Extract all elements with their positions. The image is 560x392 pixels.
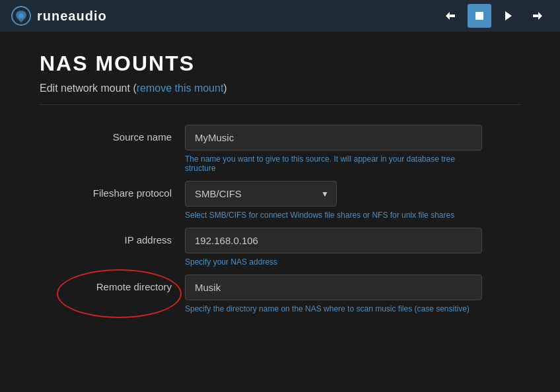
logo-icon	[11, 5, 32, 26]
remote-dir-group: Specify the directory name on the NAS wh…	[185, 275, 482, 313]
source-name-input[interactable]	[185, 125, 482, 150]
svg-marker-4	[505, 11, 512, 20]
prev-button[interactable]	[438, 4, 462, 28]
remote-dir-highlight: Remote directory	[96, 281, 172, 292]
svg-rect-3	[475, 12, 483, 20]
next-icon	[532, 11, 543, 21]
source-name-row: Source name The name you want to give to…	[40, 125, 520, 173]
ip-address-label: IP address	[40, 228, 172, 245]
stop-button[interactable]	[468, 4, 491, 28]
remote-dir-label: Remote directory	[40, 275, 172, 292]
svg-point-1	[18, 13, 24, 18]
subtitle-text: Edit network mount (	[40, 82, 137, 94]
remove-mount-link[interactable]: remove this mount	[137, 82, 224, 94]
main-content: NAS MOUNTS Edit network mount (remove th…	[0, 32, 560, 341]
playback-controls	[438, 4, 549, 28]
svg-marker-2	[446, 12, 455, 20]
fileshare-hint: Select SMB/CIFS for connect Windows file…	[185, 211, 482, 220]
ip-address-group: Specify your NAS address	[185, 228, 482, 267]
subtitle-close: )	[223, 82, 227, 94]
play-icon	[503, 11, 514, 21]
stop-icon	[474, 11, 485, 21]
ip-address-row: IP address Specify your NAS address	[40, 228, 520, 267]
logo-text: runeaudio	[37, 9, 107, 24]
fileshare-select[interactable]: SMB/CIFS NFS	[185, 181, 337, 207]
page-subtitle: Edit network mount (remove this mount)	[40, 82, 520, 105]
remote-dir-row: Remote directory Specify the directory n…	[40, 275, 520, 313]
remote-dir-hint: Specify the directory name on the NAS wh…	[185, 304, 482, 313]
ip-address-input[interactable]	[185, 228, 482, 253]
prev-icon	[445, 11, 456, 21]
source-name-label: Source name	[40, 125, 172, 143]
svg-marker-5	[533, 12, 542, 20]
play-button[interactable]	[497, 4, 520, 28]
source-name-hint: The name you want to give to this source…	[185, 154, 482, 173]
navbar: runeaudio	[0, 0, 560, 32]
fileshare-label: Fileshare protocol	[40, 181, 172, 199]
logo: runeaudio	[11, 5, 107, 26]
page-title: NAS MOUNTS	[40, 51, 520, 76]
remote-dir-input[interactable]	[185, 275, 482, 300]
fileshare-group: SMB/CIFS NFS ▼ Select SMB/CIFS for conne…	[185, 181, 482, 220]
next-button[interactable]	[526, 4, 549, 28]
fileshare-row: Fileshare protocol SMB/CIFS NFS ▼ Select…	[40, 181, 520, 220]
ip-address-hint: Specify your NAS address	[185, 257, 482, 267]
source-name-group: The name you want to give to this source…	[185, 125, 482, 173]
fileshare-select-wrapper: SMB/CIFS NFS ▼	[185, 181, 337, 207]
